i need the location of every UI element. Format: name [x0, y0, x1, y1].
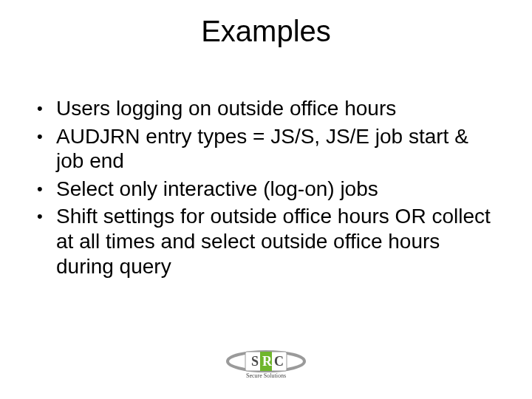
logo-subtitle: Secure Solutions: [246, 372, 286, 379]
list-item: Select only interactive (log-on) jobs: [35, 177, 501, 202]
logo-svg: S R C Secure Solutions: [222, 347, 310, 380]
list-item: AUDJRN entry types = JS/S, JS/E job star…: [35, 124, 501, 174]
bullet-text: AUDJRN entry types = JS/S, JS/E job star…: [56, 125, 468, 173]
list-item: Shift settings for outside office hours …: [35, 204, 501, 279]
bullet-list: Users logging on outside office hours AU…: [35, 96, 501, 279]
bullet-text: Shift settings for outside office hours …: [56, 205, 491, 277]
logo-letter-s: S: [251, 354, 259, 369]
logo: S R C Secure Solutions: [222, 347, 310, 380]
slide-body: Users logging on outside office hours AU…: [35, 96, 501, 282]
slide: Examples Users logging on outside office…: [0, 0, 532, 399]
bullet-text: Users logging on outside office hours: [56, 97, 396, 120]
slide-title: Examples: [0, 15, 532, 48]
list-item: Users logging on outside office hours: [35, 96, 501, 121]
logo-letter-r: R: [262, 354, 273, 369]
logo-letter-c: C: [274, 354, 284, 369]
bullet-text: Select only interactive (log-on) jobs: [56, 177, 378, 200]
